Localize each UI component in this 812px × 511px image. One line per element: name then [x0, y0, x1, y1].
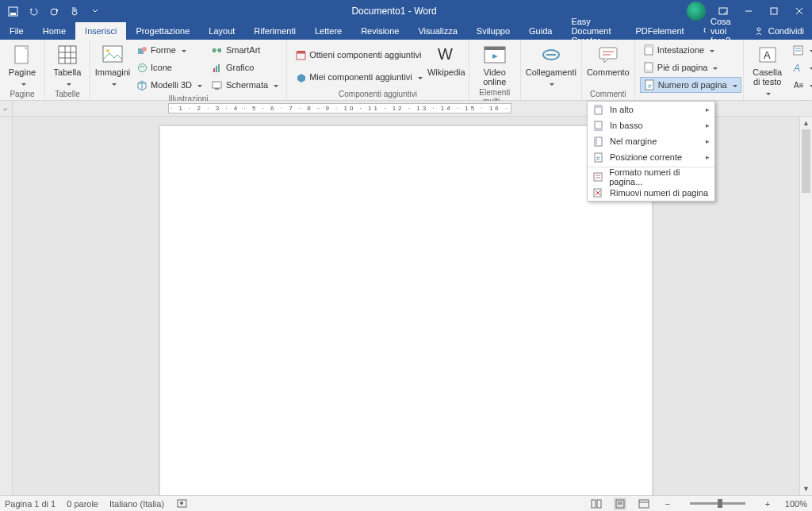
vertical-ruler[interactable] [0, 117, 13, 495]
svg-point-8 [704, 28, 706, 33]
schermata-button[interactable]: Schermata [209, 77, 282, 93]
svg-rect-64 [595, 137, 597, 146]
user-avatar[interactable] [687, 2, 706, 21]
svg-rect-25 [218, 48, 221, 52]
zoom-slider[interactable] [690, 502, 745, 505]
icone-button[interactable]: Icone [133, 60, 205, 75]
view-read-icon[interactable] [590, 498, 603, 510]
screenshot-icon [212, 79, 223, 90]
tab-sviluppo[interactable]: Sviluppo [467, 22, 519, 40]
numero-pagina-button[interactable]: #Numero di pagina [640, 77, 741, 93]
menu-formato-numeri[interactable]: Formato numeri di pagina... [588, 169, 714, 185]
pie-pagina-button[interactable]: Piè di pagina [640, 60, 741, 75]
page-number-menu: In alto▸ In basso▸ Nel margine▸ #Posizio… [587, 101, 715, 202]
tab-file[interactable]: File [0, 22, 33, 40]
menu-in-alto[interactable]: In alto▸ [588, 102, 714, 117]
wordart-button[interactable]: A [790, 60, 812, 75]
menu-rimuovi-numeri[interactable]: Rimuovi numeri di pagina [588, 185, 714, 201]
quickparts-button[interactable] [790, 42, 812, 58]
smartart-button[interactable]: SmartArt [209, 42, 282, 58]
addins-icon [295, 71, 306, 83]
menu-nel-margine[interactable]: Nel margine▸ [588, 133, 714, 149]
svg-rect-1 [10, 13, 16, 15]
page[interactable] [160, 126, 652, 495]
page-icon [11, 44, 33, 66]
chart-icon [212, 62, 223, 73]
menu-posizione-corrente[interactable]: #Posizione corrente▸ [588, 149, 714, 165]
scroll-down-button[interactable]: ▼ [800, 482, 812, 495]
scroll-thumb[interactable] [802, 129, 810, 193]
scroll-up-button[interactable]: ▲ [800, 117, 812, 129]
redo-icon[interactable] [48, 5, 60, 17]
close-button[interactable] [787, 0, 812, 22]
tab-layout[interactable]: Layout [199, 22, 244, 40]
share-button[interactable]: Condividi [746, 22, 812, 40]
svg-rect-12 [59, 46, 76, 63]
group-intestazione-pie: Intestazione Piè di pagina #Numero di pa… [635, 40, 744, 100]
group-tabelle: Tabella Tabelle [45, 40, 90, 100]
wikipedia-button[interactable]: W Wikipedia [429, 42, 464, 77]
ruler-corner[interactable]: ⌐ [0, 101, 13, 117]
svg-rect-32 [297, 53, 305, 60]
zoom-level[interactable]: 100% [785, 499, 807, 509]
macro-recording-icon[interactable] [175, 498, 188, 510]
maximize-button[interactable] [761, 0, 787, 22]
group-illustrazioni: Immagini Forme Icone Modelli 3D SmartArt… [90, 40, 287, 100]
collegamenti-button[interactable]: Collegamenti [526, 42, 576, 88]
tab-progettazione[interactable]: Progettazione [126, 22, 199, 40]
qat-customize-icon[interactable] [89, 5, 102, 17]
status-page[interactable]: Pagina 1 di 1 [5, 499, 56, 509]
tabella-button[interactable]: Tabella [50, 42, 85, 88]
group-elementi-multimediali: Video online Elementi multi... [469, 40, 521, 100]
tab-lettere[interactable]: Lettere [305, 22, 351, 40]
tab-revisione[interactable]: Revisione [351, 22, 408, 40]
shapes-icon [136, 44, 147, 56]
group-pagine: Pagine Pagine [0, 40, 45, 100]
dropcap-icon: A≡ [793, 79, 804, 90]
wikipedia-icon: W [435, 44, 458, 66]
margin-icon [592, 136, 603, 147]
vertical-scrollbar[interactable]: ▲ ▼ [799, 117, 812, 495]
miei-componenti-button[interactable]: Miei componenti aggiuntivi [292, 69, 426, 85]
tab-riferimenti[interactable]: Riferimenti [244, 22, 305, 40]
immagini-button[interactable]: Immagini [95, 42, 130, 88]
video-online-button[interactable]: Video online [474, 42, 515, 86]
zoom-in-button[interactable]: + [761, 498, 774, 510]
ottieni-componenti-button[interactable]: Ottieni componenti aggiuntivi [292, 47, 426, 63]
touch-mode-icon[interactable] [68, 5, 81, 17]
modelli3d-button[interactable]: Modelli 3D [133, 77, 205, 93]
svg-rect-33 [297, 51, 305, 53]
undo-icon[interactable] [27, 5, 40, 17]
commento-button[interactable]: Commento [587, 42, 630, 77]
tab-inserisci[interactable]: Inserisci [75, 22, 126, 40]
tab-easy-document-creator[interactable]: Easy Document Creator [561, 22, 626, 40]
forme-button[interactable]: Forme [133, 42, 205, 58]
minimize-button[interactable] [736, 0, 761, 22]
icons-icon [136, 62, 147, 73]
group-commenti: Commento Commenti [582, 40, 635, 100]
view-print-icon[interactable] [614, 498, 626, 510]
svg-rect-28 [216, 66, 217, 72]
intestazione-button[interactable]: Intestazione [640, 42, 741, 58]
tab-guida[interactable]: Guida [519, 22, 561, 40]
svg-point-2 [51, 9, 57, 15]
tab-home[interactable]: Home [33, 22, 75, 40]
quick-access-toolbar [0, 5, 102, 17]
status-words[interactable]: 0 parole [67, 499, 98, 509]
dropcap-button[interactable]: A≡ [790, 77, 812, 93]
svg-rect-43 [645, 45, 653, 48]
tell-me-search[interactable]: Cosa vuoi fare? [694, 22, 746, 40]
view-web-icon[interactable] [638, 498, 650, 510]
save-icon[interactable] [6, 5, 19, 17]
grafico-button[interactable]: Grafico [209, 60, 282, 75]
zoom-out-button[interactable]: − [661, 498, 674, 510]
tab-visualizza[interactable]: Visualizza [408, 22, 466, 40]
casella-testo-button[interactable]: A Casella di testo [749, 42, 787, 98]
wordart-icon: A [793, 62, 804, 73]
status-language[interactable]: Italiano (Italia) [109, 499, 164, 509]
tab-pdfelement[interactable]: PDFelement [626, 22, 693, 40]
svg-rect-60 [595, 106, 602, 108]
svg-text:W: W [438, 46, 453, 63]
menu-in-basso[interactable]: In basso▸ [588, 117, 714, 133]
pagine-button[interactable]: Pagine [5, 42, 40, 88]
